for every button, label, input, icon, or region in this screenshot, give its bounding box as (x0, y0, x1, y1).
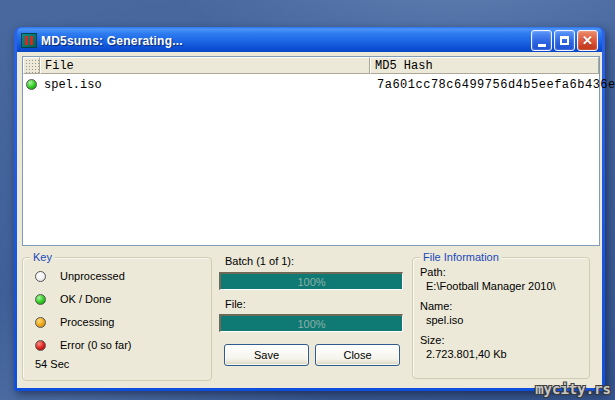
batch-progress-bar: 100% (219, 272, 403, 290)
column-header-file[interactable]: File (40, 57, 370, 74)
size-value: 2.723.801,40 Kb (426, 348, 507, 360)
key-item-label: OK / Done (60, 293, 111, 305)
app-icon (21, 33, 37, 48)
watermark: mycity.rs (535, 381, 611, 397)
column-header-hash[interactable]: MD5 Hash (370, 57, 599, 74)
list-row[interactable]: spel.iso 7a601cc78c6499756d4b5eefa6b436e… (23, 76, 599, 93)
window-title: MD5sums: Generating... (41, 34, 531, 48)
key-item-label: Unprocessed (60, 270, 125, 282)
elapsed-time: 54 Sec (35, 358, 69, 370)
file-hash-list[interactable]: File MD5 Hash spel.iso 7a601cc78c6499756… (22, 56, 600, 246)
titlebar-buttons: ✕ (531, 30, 598, 51)
titlebar[interactable]: MD5sums: Generating... ✕ (17, 27, 602, 52)
maximize-button[interactable] (554, 30, 575, 51)
batch-progress-value: 100% (297, 276, 325, 288)
close-dialog-button[interactable]: Close (315, 344, 400, 366)
key-item-label: Error (0 so far) (60, 339, 132, 351)
path-value: E:\Football Manager 2010\ (426, 280, 556, 292)
save-button[interactable]: Save (224, 344, 309, 366)
key-groupbox: Key Unprocessed OK / Done Processing Err… (22, 257, 212, 381)
maximize-icon (560, 36, 569, 45)
file-progress-bar: 100% (219, 314, 403, 332)
dialog-client-area: File MD5 Hash spel.iso 7a601cc78c6499756… (17, 52, 602, 388)
file-progress-value: 100% (297, 318, 325, 330)
row-md5-hash: 7a601cc78c6499756d4b5eefa6b436e8 (370, 78, 615, 92)
ok-done-led-icon (35, 294, 46, 305)
error-led-icon (35, 340, 46, 351)
file-progress-label: File: (225, 298, 246, 310)
column-header-status[interactable] (23, 57, 40, 74)
file-information-groupbox: File Information Path: E:\Football Manag… (412, 257, 590, 379)
key-item-ok-done: OK / Done (35, 293, 111, 305)
md5sums-window: MD5sums: Generating... ✕ File MD5 Hash (14, 27, 605, 391)
key-item-label: Processing (60, 316, 114, 328)
processing-led-icon (35, 317, 46, 328)
path-label: Path: (420, 266, 446, 278)
name-value: spel.iso (426, 314, 463, 326)
desktop-background: MD5sums: Generating... ✕ File MD5 Hash (0, 0, 615, 400)
minimize-button[interactable] (531, 30, 552, 51)
row-file-name: spel.iso (40, 78, 370, 92)
close-icon: ✕ (582, 34, 593, 47)
close-button[interactable]: ✕ (577, 30, 598, 51)
unprocessed-led-icon (35, 271, 46, 282)
key-item-processing: Processing (35, 316, 114, 328)
row-status-cell (23, 79, 40, 90)
batch-progress-label: Batch (1 of 1): (225, 255, 294, 267)
size-label: Size: (420, 334, 444, 346)
key-item-unprocessed: Unprocessed (35, 270, 125, 282)
key-groupbox-title: Key (30, 251, 55, 263)
minimize-icon (538, 44, 546, 47)
name-label: Name: (420, 300, 452, 312)
key-item-error: Error (0 so far) (35, 339, 132, 351)
ok-done-led-icon (26, 79, 37, 90)
list-header: File MD5 Hash (23, 57, 599, 74)
file-information-title: File Information (420, 251, 502, 263)
